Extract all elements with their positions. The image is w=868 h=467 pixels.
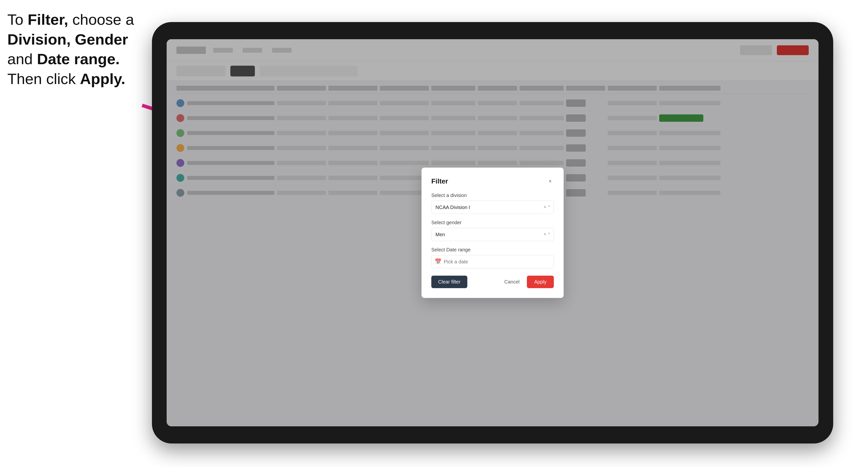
division-select-wrapper[interactable]: NCAA Division I NCAA Division II NCAA Di… [431,201,554,214]
instruction-text: To Filter, choose a Division, Gender and… [7,10,145,89]
instruction-line4: Then click Apply. [7,70,125,87]
apply-button[interactable]: Apply [527,276,554,288]
division-form-group: Select a division NCAA Division I NCAA D… [431,193,554,214]
date-input-wrapper[interactable]: 📅 [431,255,554,268]
date-input[interactable] [431,255,554,268]
footer-right-actions: Cancel Apply [499,276,554,288]
calendar-icon: 📅 [435,258,441,265]
gender-select[interactable]: Men Women [431,228,554,241]
modal-close-button[interactable]: × [547,178,554,185]
division-select[interactable]: NCAA Division I NCAA Division II NCAA Di… [431,201,554,214]
instruction-line3: and Date range. [7,51,120,67]
modal-overlay[interactable]: Filter × Select a division NCAA Division… [167,39,818,426]
modal-header: Filter × [431,177,554,185]
division-label: Select a division [431,193,554,198]
modal-footer: Clear filter Cancel Apply [431,276,554,288]
instruction-line1: To Filter, choose a [7,11,134,28]
date-label: Select Date range [431,247,554,253]
clear-filter-button[interactable]: Clear filter [431,276,467,288]
cancel-button[interactable]: Cancel [499,276,524,288]
gender-form-group: Select gender Men Women × ⌃ [431,220,554,241]
close-icon: × [549,178,552,185]
gender-select-wrapper[interactable]: Men Women × ⌃ [431,228,554,241]
division-clear-icon[interactable]: × [544,205,546,210]
instruction-line2: Division, Gender [7,31,128,48]
date-form-group: Select Date range 📅 [431,247,554,268]
tablet-screen: Filter × Select a division NCAA Division… [167,39,818,426]
gender-clear-icon[interactable]: × [544,232,546,237]
modal-title: Filter [431,177,448,185]
gender-label: Select gender [431,220,554,225]
tablet-frame: Filter × Select a division NCAA Division… [152,22,833,443]
filter-modal: Filter × Select a division NCAA Division… [422,167,564,298]
